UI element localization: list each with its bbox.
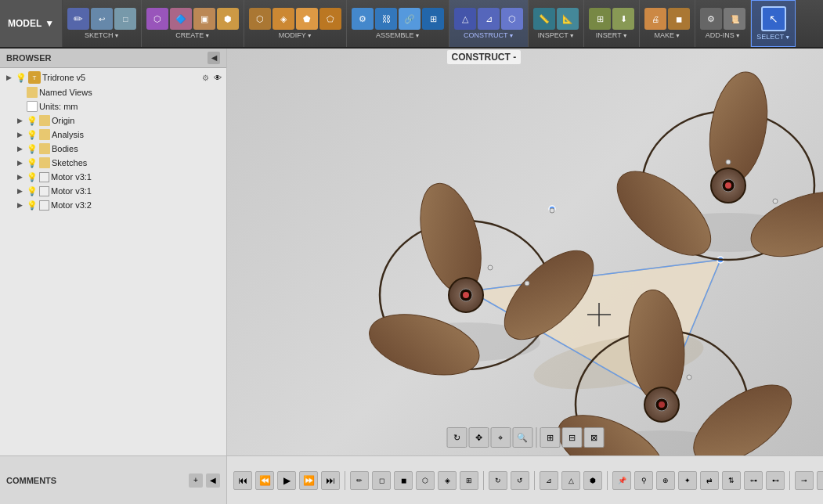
- tree-item-motor3[interactable]: ▶ 💡 Motor v3:2: [0, 198, 226, 212]
- motor3-toggle[interactable]: ▶: [14, 200, 25, 211]
- timeline-next-btn[interactable]: ⏭: [321, 471, 340, 490]
- tool-btn-21[interactable]: ⊹: [817, 471, 823, 490]
- comment-add-btn[interactable]: +: [189, 473, 203, 488]
- assemble-icon4: ⊞: [422, 8, 444, 30]
- units-toggle: [14, 101, 25, 112]
- timeline-play-btn[interactable]: ▶: [277, 471, 296, 490]
- origin-visibility[interactable]: 💡: [27, 115, 38, 126]
- sketch-icon1: ✏: [67, 8, 89, 30]
- main-toolbar: MODEL ▼ ✏ ↩ □ SKETCH▼ ⬡ 🔷 ▣ ⬢ CREATE▼ ⬡ …: [0, 0, 823, 49]
- select-icon: ↖: [761, 6, 786, 31]
- tool-btn-7[interactable]: ↻: [489, 471, 507, 490]
- tree-item-sketches[interactable]: ▶ 💡 Sketches: [0, 156, 226, 170]
- tree-item-analysis[interactable]: ▶ 💡 Analysis: [0, 128, 226, 142]
- comment-collapse-btn[interactable]: ◀: [206, 473, 220, 488]
- motor3-label: Motor v3:2: [51, 200, 92, 210]
- modify-icon1: ⬡: [249, 8, 271, 30]
- sketch-group[interactable]: ✏ ↩ □ SKETCH▼: [63, 0, 142, 47]
- sketches-visibility[interactable]: 💡: [27, 157, 38, 168]
- timeline-forward-btn[interactable]: ⏩: [299, 471, 318, 490]
- svg-point-40: [525, 281, 529, 286]
- inspect-group[interactable]: 📏 📐 INSPECT▼: [529, 0, 584, 47]
- viewport[interactable]: CONSTRUCT - ↻ ✥ ⌖ 🔍 ⊞ ⊟ ⊠: [227, 49, 823, 455]
- fit-btn[interactable]: 🔍: [512, 427, 532, 448]
- bodies-toggle[interactable]: ▶: [14, 143, 25, 154]
- timeline-back-btn[interactable]: ⏪: [255, 471, 274, 490]
- tool-btn-1[interactable]: ✏: [350, 471, 369, 490]
- motor1-toggle[interactable]: ▶: [14, 171, 25, 182]
- tree-item-motor2[interactable]: ▶ 💡 Motor v3:1: [0, 184, 226, 198]
- svg-point-18: [463, 292, 469, 298]
- analysis-visibility[interactable]: 💡: [27, 129, 38, 140]
- inspect-icon2: 📐: [557, 8, 579, 30]
- tool-btn-19[interactable]: ⊷: [766, 471, 785, 490]
- insert-group[interactable]: ⊞ ⬇ INSERT▼: [584, 0, 640, 47]
- tool-btn-5[interactable]: ◈: [438, 471, 457, 490]
- tool-btn-15[interactable]: ✦: [678, 471, 697, 490]
- tree-root-item[interactable]: ▶ 💡 T Tridrone v5 ⚙ 👁: [0, 70, 226, 85]
- make-group[interactable]: 🖨 ◼ MAKE▼: [640, 0, 695, 47]
- svg-point-14: [363, 304, 485, 386]
- tool-btn-17[interactable]: ⇅: [722, 471, 741, 490]
- modify-icon3: ⬟: [296, 8, 318, 30]
- sketch-icon3: □: [114, 8, 136, 30]
- drone-svg: [227, 49, 823, 455]
- tool-btn-13[interactable]: ⚲: [634, 471, 653, 490]
- tree-item-units[interactable]: Units: mm: [0, 99, 226, 113]
- create-group[interactable]: ⬡ 🔷 ▣ ⬢ CREATE▼: [142, 0, 244, 47]
- addins-group[interactable]: ⚙ 📜 ADD-INS▼: [695, 0, 751, 47]
- tool-btn-8[interactable]: ↺: [511, 471, 529, 490]
- motor2-toggle[interactable]: ▶: [14, 185, 25, 196]
- tool-btn-6[interactable]: ⊞: [460, 471, 478, 490]
- tree-item-named-views[interactable]: Named Views: [0, 85, 226, 99]
- tree-item-origin[interactable]: ▶ 💡 Origin: [0, 113, 226, 128]
- root-toggle[interactable]: ▶: [3, 72, 14, 83]
- display-mode-btn[interactable]: ⊞: [540, 427, 560, 448]
- origin-toggle[interactable]: ▶: [14, 115, 25, 126]
- svg-point-26: [725, 182, 731, 189]
- root-visibility[interactable]: 💡: [16, 72, 27, 83]
- tool-btn-10[interactable]: △: [561, 471, 580, 490]
- model-menu[interactable]: MODEL ▼: [0, 0, 63, 47]
- tool-btn-16[interactable]: ⇄: [700, 471, 719, 490]
- tool-btn-3[interactable]: ◼: [394, 471, 413, 490]
- assemble-group[interactable]: ⚙ ⛓ 🔗 ⊞ ASSEMBLE▼: [347, 0, 449, 47]
- construct-group[interactable]: △ ⊿ ⬡ CONSTRUCT▼: [449, 0, 529, 47]
- zoom-btn[interactable]: ⌖: [490, 427, 511, 448]
- tool-btn-12[interactable]: 📌: [612, 471, 631, 490]
- insert-icon1: ⊞: [589, 8, 611, 30]
- select-group[interactable]: ↖ SELECT▼: [751, 0, 796, 47]
- browser-collapse-btn[interactable]: ◀: [208, 52, 220, 64]
- pan-btn[interactable]: ✥: [468, 427, 489, 448]
- motor3-visibility[interactable]: 💡: [27, 200, 38, 211]
- tool-btn-11[interactable]: ⬢: [583, 471, 602, 490]
- view-btn-group2: ⊞ ⊟ ⊠: [540, 427, 604, 448]
- tool-btn-14[interactable]: ⊕: [656, 471, 675, 490]
- tool-btn-2[interactable]: ◻: [372, 471, 391, 490]
- tool-btn-4[interactable]: ⬡: [416, 471, 435, 490]
- bottom-panel: COMMENTS + ◀ ⏮ ⏪ ▶ ⏩ ⏭ ✏ ◻ ◼ ⬡ ◈ ⊞ ↻ ↺ ⊿…: [0, 455, 823, 504]
- construct-overlay-label: CONSTRUCT -: [447, 50, 522, 64]
- view-cube-btn[interactable]: ⊠: [583, 427, 604, 448]
- bodies-visibility[interactable]: 💡: [27, 143, 38, 154]
- analysis-toggle[interactable]: ▶: [14, 129, 25, 140]
- root-eye-icon[interactable]: 👁: [212, 72, 223, 83]
- modify-group[interactable]: ⬡ ◈ ⬟ ⬠ MODIFY▼: [244, 0, 347, 47]
- tree-item-motor1[interactable]: ▶ 💡 Motor v3:1: [0, 170, 226, 184]
- motor1-visibility[interactable]: 💡: [27, 171, 38, 182]
- bodies-folder-icon: [39, 143, 50, 154]
- tool-btn-9[interactable]: ⊿: [540, 471, 558, 490]
- tool-btn-18[interactable]: ⊶: [744, 471, 763, 490]
- tool-btn-20[interactable]: ⊸: [795, 471, 814, 490]
- sketches-toggle[interactable]: ▶: [14, 157, 25, 168]
- main-area: BROWSER ◀ ▶ 💡 T Tridrone v5 ⚙ 👁 Named Vi…: [0, 49, 823, 455]
- motor2-visibility[interactable]: 💡: [27, 185, 38, 196]
- viewport-controls: ↻ ✥ ⌖ 🔍 ⊞ ⊟ ⊠: [446, 427, 604, 448]
- orbit-btn[interactable]: ↻: [446, 427, 467, 448]
- grid-btn[interactable]: ⊟: [561, 427, 582, 448]
- tree-item-bodies[interactable]: ▶ 💡 Bodies: [0, 142, 226, 156]
- root-settings-icon[interactable]: ⚙: [200, 72, 211, 83]
- timeline-prev-btn[interactable]: ⏮: [233, 471, 252, 490]
- create-label: CREATE▼: [175, 31, 210, 39]
- named-views-toggle[interactable]: [14, 87, 25, 98]
